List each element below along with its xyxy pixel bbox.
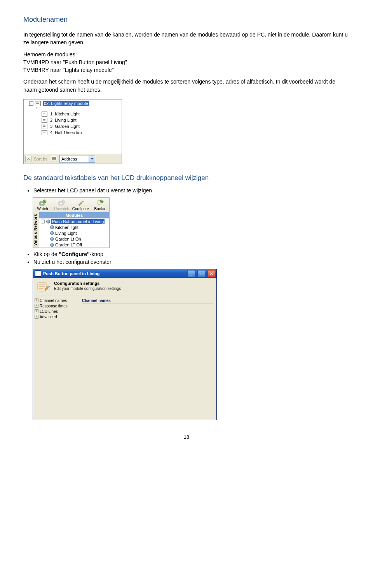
- sort-combo[interactable]: Address: [59, 155, 95, 163]
- sort-label: Sort by:: [34, 157, 49, 161]
- config-subheading: Edit your module configuration settings: [54, 286, 121, 291]
- nav-item-advanced[interactable]: + Advanced: [35, 314, 77, 319]
- window-titlebar[interactable]: Push Button panel in Living _ □ ✕: [33, 269, 216, 278]
- tree-child-label: 2. Living Light: [49, 118, 77, 122]
- bullet-see-window: Nu ziet u het configuratievenster: [33, 259, 350, 265]
- expand-icon[interactable]: +: [35, 309, 38, 313]
- channel-icon: [42, 124, 47, 129]
- nav-label: Advanced: [40, 315, 57, 319]
- bullet-list-1: Selecteer het LCD paneel dat u wenst te …: [33, 187, 350, 194]
- configure-label: Configure: [72, 207, 89, 211]
- p2-line3: TVMB4RY naar "Lights relay module": [23, 67, 114, 73]
- channel-ball-icon: [50, 225, 54, 229]
- nav-label: Response times: [40, 304, 68, 308]
- section2-title: De standaard tekstlabels van het LCD dru…: [23, 174, 350, 182]
- svg-rect-4: [59, 202, 63, 204]
- configure-bold: "Configure": [59, 251, 89, 257]
- close-panel-icon[interactable]: ✕: [25, 156, 31, 162]
- tree-child-row[interactable]: Garden Lt On: [39, 236, 109, 242]
- expand-icon[interactable]: +: [35, 315, 38, 319]
- tree-child-row[interactable]: Garden LT Off: [39, 242, 109, 248]
- config-header-icon: [37, 281, 50, 293]
- sort-mode-icon[interactable]: [51, 156, 57, 162]
- config-heading: Configuration settings: [54, 281, 121, 286]
- unwatch-label: Unwatch: [54, 207, 69, 211]
- section1-p1: In tegenstelling tot de namen van de kan…: [23, 31, 350, 47]
- configure-icon: [77, 199, 85, 207]
- modules-tree: Modules − Push Button panel in Living Ki…: [39, 212, 109, 248]
- backup-button[interactable]: Backu: [90, 198, 109, 212]
- section1-p2: Hernoem de modules: TVMB4PD naar "Push B…: [23, 51, 350, 74]
- collapse-icon[interactable]: −: [41, 220, 45, 223]
- tree-child-label: Living Light: [55, 231, 77, 236]
- channel-icon: [42, 130, 47, 135]
- config-header: Configuration settings Edit your module …: [33, 278, 216, 295]
- backup-icon: [96, 199, 104, 207]
- tree-child-label: Garden Lt On: [55, 237, 81, 241]
- config-panel: Channel names: [79, 295, 216, 420]
- expand-icon[interactable]: +: [35, 298, 38, 302]
- tree-child-row[interactable]: 2. Living Light: [42, 117, 120, 123]
- bullet-click-configure: Klik op de "Configure"-knop: [33, 251, 350, 257]
- channel-ball-icon: [50, 243, 54, 247]
- tree-child-row[interactable]: 1. Kitchen Light: [42, 111, 120, 117]
- modules-header: Modules: [39, 212, 109, 218]
- nav-label: LCD Lines: [40, 309, 58, 314]
- screenshot-config-window: Push Button panel in Living _ □ ✕ Config…: [33, 269, 217, 420]
- channel-ball-icon: [50, 231, 54, 235]
- watch-label: Watch: [37, 207, 48, 211]
- svg-rect-1: [40, 202, 44, 204]
- expand-icon[interactable]: +: [35, 304, 38, 308]
- screenshot-toolbar-modules: Watch Unwatch Configure Backu Velbus Net…: [33, 197, 110, 248]
- tree-connector: ⋮: [35, 106, 120, 111]
- bullet-list-2: Klik op de "Configure"-knop Nu ziet u he…: [33, 251, 350, 265]
- channel-ball-icon: [50, 237, 54, 241]
- tree-child-label: 3. Garden Light: [49, 124, 80, 129]
- window-app-icon: [35, 270, 41, 277]
- tree-child-row[interactable]: Kitchen light: [39, 224, 109, 230]
- tree-root-row[interactable]: − 02. Lights relay module: [29, 100, 120, 106]
- panel-group-title: Channel names: [82, 298, 213, 304]
- minimize-button[interactable]: _: [187, 270, 195, 277]
- window-title: Push Button panel in Living: [43, 271, 185, 276]
- tree-child-label: Garden LT Off: [55, 243, 82, 247]
- tree-root-label: Push Button panel in Living: [51, 219, 105, 224]
- p2-line2: TVMB4PD naar "Push Button panel Living": [23, 59, 127, 65]
- tree-root-row[interactable]: − Push Button panel in Living: [39, 218, 109, 224]
- tree-area: − 02. Lights relay module ⋮ 1. Kitchen L…: [24, 99, 122, 154]
- config-body: + Channel names + Response times + LCD L…: [33, 295, 216, 420]
- section1-title: Modulenamen: [23, 16, 350, 24]
- backup-label: Backu: [94, 207, 105, 211]
- watch-button[interactable]: Watch: [33, 198, 52, 212]
- close-button[interactable]: ✕: [207, 270, 215, 277]
- unwatch-button: Unwatch: [52, 198, 71, 212]
- maximize-button[interactable]: □: [197, 270, 205, 277]
- tree-child-row[interactable]: 3. Garden Light: [42, 123, 120, 129]
- configure-button[interactable]: Configure: [71, 198, 90, 212]
- section1-p3: Onderaan het scherm heeft u de mogelijkh…: [23, 78, 350, 94]
- chevron-down-icon[interactable]: [89, 155, 95, 162]
- tree-root-label: 02. Lights relay module: [43, 101, 89, 106]
- toolbar: Watch Unwatch Configure Backu: [33, 198, 109, 212]
- channel-icon: [42, 112, 47, 117]
- tree-child-row[interactable]: 4. Hall 15sec tim: [42, 129, 120, 136]
- config-nav: + Channel names + Response times + LCD L…: [33, 295, 79, 420]
- collapse-icon[interactable]: −: [29, 101, 33, 106]
- tree-child-row[interactable]: Living Light: [39, 230, 109, 236]
- sort-bar: ✕ Sort by: Address: [24, 154, 122, 164]
- screenshot-tree-sort: − 02. Lights relay module ⋮ 1. Kitchen L…: [23, 99, 122, 164]
- nav-item-channel-names[interactable]: + Channel names: [35, 298, 77, 303]
- tree-child-label: 4. Hall 15sec tim: [49, 130, 82, 135]
- module-ball-icon: [46, 220, 50, 223]
- page-number: 18: [23, 434, 350, 440]
- channel-icon: [42, 118, 47, 123]
- module-icon: [35, 101, 41, 106]
- unwatch-icon: [58, 199, 66, 207]
- nav-item-lcd-lines[interactable]: + LCD Lines: [35, 309, 77, 314]
- side-tab[interactable]: Velbus Network: [33, 212, 39, 248]
- p2-line1: Hernoem de modules:: [23, 51, 77, 58]
- tree-child-label: 1. Kitchen Light: [49, 112, 80, 116]
- watch-icon: [38, 199, 47, 207]
- bullet-select-panel: Selecteer het LCD paneel dat u wenst te …: [33, 187, 350, 194]
- nav-item-response-times[interactable]: + Response times: [35, 303, 77, 309]
